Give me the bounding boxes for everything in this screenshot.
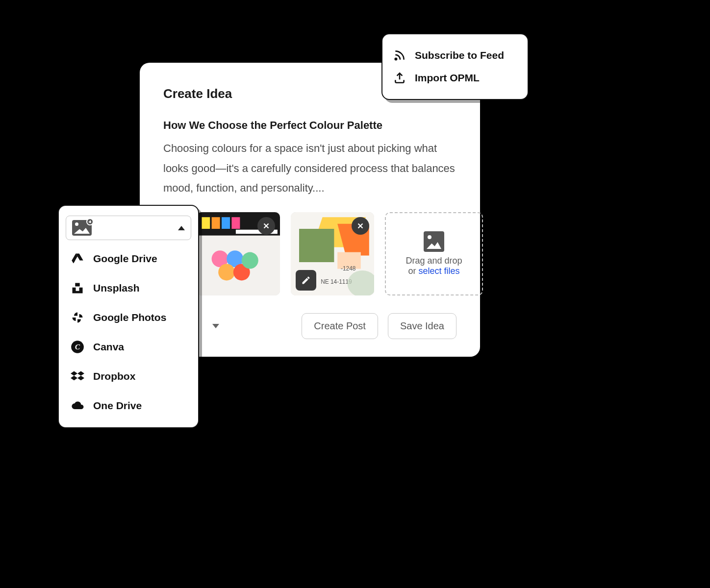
dropbox-icon: [71, 369, 84, 383]
menu-label: Subscribe to Feed: [415, 49, 504, 61]
attachment-thumb[interactable]: 0119 NE 14-1119 -1248: [291, 212, 374, 295]
svg-marker-31: [77, 376, 84, 380]
svg-rect-2: [202, 217, 210, 229]
source-dropbox[interactable]: Dropbox: [59, 362, 198, 391]
source-google-drive[interactable]: Google Drive: [59, 244, 198, 273]
card-actions: Create Post Save Idea: [163, 313, 456, 339]
upload-icon: [393, 72, 406, 84]
source-label: Google Photos: [93, 312, 166, 323]
source-label: Dropbox: [93, 370, 135, 382]
source-label: Unsplash: [93, 282, 140, 294]
source-label: Google Drive: [93, 253, 157, 265]
idea-title[interactable]: How We Choose the Perfect Colour Palette: [163, 119, 456, 132]
svg-rect-3: [212, 217, 220, 229]
remove-attachment-button[interactable]: [257, 217, 275, 235]
feed-menu: Subscribe to Feed Import OPML: [381, 33, 529, 100]
remove-attachment-button[interactable]: [352, 217, 369, 235]
attachments-row: 0119 NE 14-1119 -1248 Drag and drop or s…: [197, 212, 456, 295]
attachment-thumb[interactable]: [197, 212, 280, 295]
svg-marker-28: [71, 371, 77, 376]
source-onedrive[interactable]: One Drive: [59, 391, 198, 420]
source-label: One Drive: [93, 400, 142, 412]
subscribe-to-feed-item[interactable]: Subscribe to Feed: [393, 44, 517, 67]
image-icon: [424, 231, 444, 252]
google-drive-icon: [71, 252, 84, 266]
unsplash-icon: [71, 281, 84, 295]
source-unsplash[interactable]: Unsplash: [59, 273, 198, 303]
chevron-down-icon: [212, 324, 219, 328]
import-opml-item[interactable]: Import OPML: [393, 67, 517, 89]
select-files-link[interactable]: select files: [418, 266, 459, 276]
google-photos-icon: [71, 311, 84, 324]
svg-marker-30: [71, 376, 77, 380]
source-label: Canva: [93, 341, 124, 353]
svg-marker-24: [72, 254, 77, 264]
plus-badge-icon: [86, 218, 94, 225]
svg-marker-29: [77, 371, 84, 376]
svg-rect-4: [222, 217, 230, 229]
svg-text:C: C: [75, 343, 80, 351]
svg-point-21: [395, 58, 397, 60]
svg-marker-15: [299, 229, 334, 262]
onedrive-icon: [71, 399, 84, 413]
pencil-icon: [301, 275, 311, 285]
create-post-button[interactable]: Create Post: [302, 313, 378, 339]
rss-icon: [393, 49, 406, 62]
image-source-menu: Google Drive Unsplash Google Photos C Ca…: [58, 205, 199, 428]
edit-attachment-button[interactable]: [296, 270, 316, 291]
svg-point-11: [242, 252, 258, 269]
svg-point-9: [218, 264, 235, 280]
source-google-photos[interactable]: Google Photos: [59, 303, 198, 332]
more-options-toggle[interactable]: [212, 324, 219, 328]
close-icon: [356, 221, 365, 230]
svg-rect-25: [75, 283, 79, 287]
chevron-up-icon: [178, 226, 185, 230]
source-canva[interactable]: C Canva: [59, 332, 198, 362]
svg-text:NE 14-1119: NE 14-1119: [321, 278, 352, 285]
svg-text:-1248: -1248: [341, 265, 356, 272]
menu-label: Import OPML: [415, 72, 480, 84]
close-icon: [262, 221, 271, 230]
svg-rect-5: [231, 217, 240, 229]
canva-icon: C: [71, 340, 84, 354]
image-source-toggle[interactable]: [66, 216, 191, 240]
save-idea-button[interactable]: Save Idea: [388, 313, 456, 339]
idea-description[interactable]: Choosing colours for a space isn't just …: [163, 139, 456, 198]
dropzone-text: Drag and drop or select files: [406, 256, 462, 276]
upload-dropzone[interactable]: Drag and drop or select files: [385, 212, 483, 295]
